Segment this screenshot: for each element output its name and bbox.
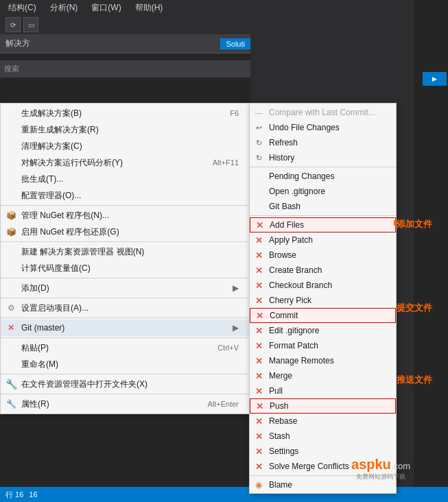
ctx-properties[interactable]: 🔧 属性(R) Alt+Enter [1, 396, 250, 412]
cherry-pick-icon: ✕ [252, 294, 265, 307]
sep6 [1, 337, 250, 338]
git-compare[interactable]: — Compare with Last Commit... [250, 105, 396, 120]
git-create-branch-label: Create Branch [269, 265, 322, 275]
ctx-metrics[interactable]: 计算代码度量值(C) [1, 260, 250, 276]
git-commit[interactable]: ✕ Commit [250, 308, 396, 323]
sep7 [1, 374, 250, 374]
git-browse-label: Browse [269, 250, 296, 260]
git-commit-label: Commit [270, 311, 298, 320]
ctx-git[interactable]: ✕ Git (master) ▶ [1, 320, 250, 336]
git-edit-gitignore-label: Edit .gitignore [269, 326, 319, 335]
git-edit-gitignore[interactable]: ✕ Edit .gitignore [250, 323, 396, 338]
ctx-nuget-restore[interactable]: 📦 启用 NuGet 程序包还原(G) [1, 224, 250, 240]
ctx-rebuild[interactable]: 重新生成解决方案(R) [1, 121, 250, 138]
ctx-config-label: 配置管理器(O)... [21, 190, 81, 202]
watermark-sub: 免费网站源码下载 [351, 473, 410, 481]
solution-filter-btn[interactable]: Soluti [220, 38, 250, 49]
git-history-label: History [269, 153, 294, 163]
git-pending-label: Pending Changes [269, 171, 334, 181]
ctx-new-view[interactable]: 新建 解决方案资源管理器 视图(N) [1, 243, 250, 260]
blame-icon: ◉ [252, 479, 265, 491]
ctx-analysis[interactable]: 对解决方案运行代码分析(Y) Alt+F11 [1, 154, 250, 171]
create-branch-icon: ✕ [252, 264, 265, 276]
git-browse[interactable]: ✕ Browse [250, 248, 396, 263]
git-checkout[interactable]: ✕ Checkout Branch [250, 278, 396, 293]
statusbar-col: 16 [29, 490, 37, 499]
solve-merge-icon: ✕ [252, 460, 265, 473]
sep4 [1, 298, 250, 298]
pull-icon: ✕ [252, 385, 265, 397]
menu-analyze[interactable]: 分析(N) [47, 1, 81, 15]
properties-icon: 🔧 [5, 398, 17, 410]
git-solve-merge-label: Solve Merge Conflicts [269, 462, 349, 471]
ctx-config[interactable]: 配置管理器(O)... [1, 187, 250, 204]
git-create-branch[interactable]: ✕ Create Branch [250, 263, 396, 278]
menu-structure[interactable]: 结构(C) [5, 1, 39, 15]
ctx-batch[interactable]: 批生成(T)... [1, 171, 250, 187]
history-icon: ↻ [252, 152, 265, 164]
git-pull[interactable]: ✕ Pull [250, 383, 396, 398]
git-stash[interactable]: ✕ Stash [250, 429, 396, 444]
undo-icon: ↩ [252, 121, 265, 134]
git-refresh-label: Refresh [269, 138, 298, 147]
ctx-open-folder[interactable]: 🔧 在文件资源管理器中打开文件夹(X) [1, 376, 250, 392]
statusbar-text: 行 16 [5, 490, 23, 500]
ctx-properties-shortcut: Alt+Enter [193, 400, 239, 408]
git-manage-remotes-label: Manage Remotes [269, 356, 334, 366]
git-refresh[interactable]: ↻ Refresh [250, 135, 396, 150]
git-cherry-pick[interactable]: ✕ Cherry Pick [250, 293, 396, 308]
ctx-startup[interactable]: ⚙ 设置启动项目(A)... [1, 300, 250, 316]
ctx-nuget-restore-label: 启用 NuGet 程序包还原(G) [21, 226, 119, 238]
git-pull-label: Pull [269, 386, 283, 396]
ctx-analysis-label: 对解决方案运行代码分析(Y) [21, 157, 123, 169]
ctx-new-view-label: 新建 解决方案资源管理器 视图(N) [21, 246, 144, 258]
sep8 [1, 394, 250, 394]
git-apply-patch-label: Apply Patch [269, 235, 313, 245]
ctx-rename[interactable]: 重命名(M) [1, 356, 250, 372]
ctx-paste[interactable]: 粘贴(P) Ctrl+V [1, 339, 250, 356]
git-sep2 [250, 215, 396, 216]
ctx-build[interactable]: 生成解决方案(B) F6 [1, 105, 250, 121]
git-add-files[interactable]: ✕ Add Files [250, 217, 396, 232]
git-branch[interactable]: ◉ Branch [250, 492, 396, 494]
git-push[interactable]: ✕ Push [250, 398, 396, 414]
git-merge[interactable]: ✕ Merge [250, 368, 396, 383]
ctx-nuget-label: 管理 NuGet 程序包(N)... [21, 210, 109, 222]
solution-header: 解决方 Soluti [0, 34, 250, 53]
ctx-nuget[interactable]: 📦 管理 NuGet 程序包(N)... [1, 207, 250, 224]
menu-help[interactable]: 帮助(H) [132, 1, 166, 15]
right-panel: ▶ [414, 0, 448, 502]
ctx-startup-label: 设置启动项目(A)... [21, 302, 89, 314]
commit-icon: ✕ [253, 309, 266, 322]
right-panel-btn[interactable]: ▶ [423, 72, 447, 86]
ctx-build-label: 生成解决方案(B) [21, 108, 82, 119]
git-format-patch[interactable]: ✕ Format Patch [250, 338, 396, 353]
folder-icon: 🔧 [5, 378, 17, 390]
menu-window[interactable]: 窗口(W) [89, 1, 123, 15]
toolbar-btn-2[interactable]: ▭ [23, 17, 38, 32]
rebase-icon: ✕ [252, 415, 265, 427]
ctx-add-arrow: ▶ [233, 283, 239, 293]
add-files-icon: ✕ [253, 219, 266, 231]
ctx-add[interactable]: 添加(D) ▶ [1, 280, 250, 296]
watermark-asp: asp [351, 457, 375, 472]
git-manage-remotes[interactable]: ✕ Manage Remotes [250, 353, 396, 368]
ctx-rename-label: 重命名(M) [21, 359, 58, 370]
ctx-clean[interactable]: 清理解决方案(C) [1, 138, 250, 154]
git-bash[interactable]: Git Bash [250, 199, 396, 214]
git-open-gitignore[interactable]: Open .gitignore [250, 184, 396, 199]
push-icon: ✕ [253, 400, 266, 412]
git-pending[interactable]: Pending Changes [250, 169, 396, 184]
ctx-analysis-shortcut: Alt+F11 [199, 158, 239, 167]
browse-icon: ✕ [252, 249, 265, 261]
toolbar-btn-1[interactable]: ⟳ [5, 17, 21, 32]
settings-icon: ✕ [252, 445, 265, 457]
git-undo[interactable]: ↩ Undo File Changes [250, 120, 396, 135]
git-format-patch-label: Format Patch [269, 341, 318, 350]
git-apply-patch[interactable]: ✕ Apply Patch [250, 232, 396, 248]
toolbar: ⟳ ▭ [0, 15, 250, 34]
ctx-metrics-label: 计算代码度量值(C) [21, 263, 91, 274]
merge-icon: ✕ [252, 370, 265, 382]
git-history[interactable]: ↻ History [250, 150, 396, 165]
git-rebase[interactable]: ✕ Rebase [250, 414, 396, 429]
